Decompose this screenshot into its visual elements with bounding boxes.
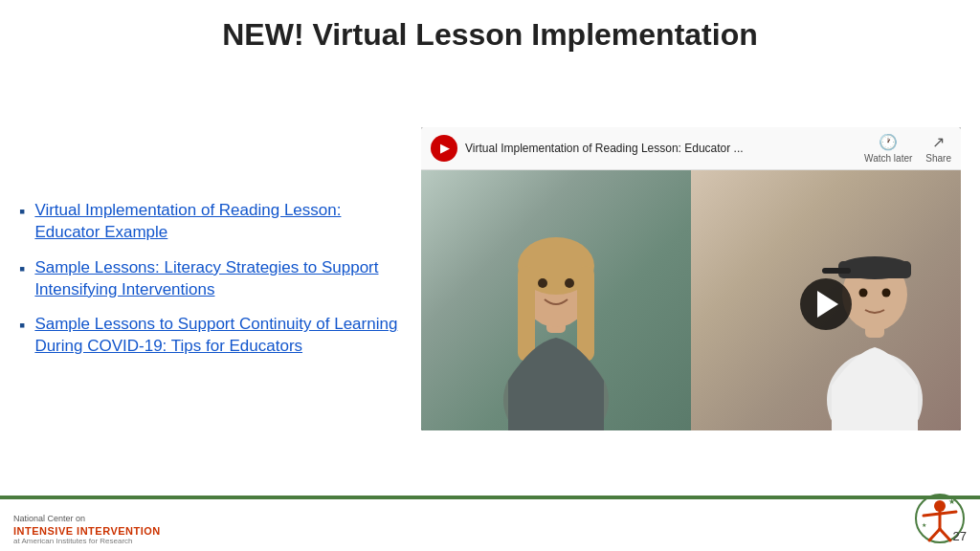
bullet-link-3[interactable]: Sample Lessons to Support Continuity of …: [34, 314, 402, 358]
slide-title: NEW! Virtual Lesson Implementation: [19, 17, 961, 53]
avatar-text: ▶: [440, 142, 449, 155]
video-container[interactable]: ▶ Virtual Implementation of Reading Less…: [421, 127, 961, 430]
svg-point-15: [882, 288, 891, 297]
title-area: NEW! Virtual Lesson Implementation: [0, 0, 980, 62]
bullet-marker: ▪: [19, 201, 25, 223]
share-icon: ↗: [932, 133, 945, 151]
video-top-bar: ▶ Virtual Implementation of Reading Less…: [421, 127, 961, 170]
footer: National Center on INTENSIVE INTERVENTIO…: [0, 496, 980, 551]
content-area: ▪ Virtual Implementation of Reading Less…: [0, 62, 980, 496]
play-button[interactable]: [800, 278, 852, 330]
svg-line-20: [929, 529, 940, 540]
svg-text:★: ★: [922, 522, 926, 528]
list-item: ▪ Virtual Implementation of Reading Less…: [19, 200, 402, 244]
clock-icon: 🕐: [879, 133, 898, 151]
slide: NEW! Virtual Lesson Implementation ▪ Vir…: [0, 0, 980, 551]
svg-point-7: [565, 278, 574, 288]
svg-text:★: ★: [948, 497, 955, 506]
video-actions: 🕐 Watch later ↗ Share: [864, 133, 951, 164]
bullet-marker: ▪: [19, 258, 25, 280]
list-item: ▪ Sample Lessons to Support Continuity o…: [19, 314, 402, 358]
bullet-marker: ▪: [19, 315, 25, 337]
video-left-panel: [421, 170, 691, 430]
watch-later-label: Watch later: [864, 153, 912, 164]
bullet-link-1[interactable]: Virtual Implementation of Reading Lesson…: [34, 200, 402, 244]
video-title: Virtual Implementation of Reading Lesson…: [465, 142, 857, 155]
bullet-link-2[interactable]: Sample Lessons: Literacy Strategies to S…: [34, 257, 402, 301]
svg-point-14: [859, 288, 868, 297]
footer-logo-left: National Center on INTENSIVE INTERVENTIO…: [13, 514, 161, 545]
play-icon: [817, 291, 838, 318]
svg-rect-5: [577, 266, 594, 362]
person-left-svg: [479, 189, 633, 430]
watch-later-button[interactable]: 🕐 Watch later: [864, 133, 912, 164]
org-line2: INTENSIVE INTERVENTION: [13, 525, 161, 537]
video-split: [421, 170, 961, 430]
svg-line-21: [940, 529, 950, 540]
bullet-list: ▪ Virtual Implementation of Reading Less…: [19, 62, 402, 496]
share-label: Share: [925, 153, 951, 164]
svg-point-17: [934, 500, 946, 512]
list-item: ▪ Sample Lessons: Literacy Strategies to…: [19, 257, 402, 301]
page-number: 27: [953, 529, 967, 543]
channel-avatar: ▶: [431, 135, 457, 162]
share-button[interactable]: ↗ Share: [925, 133, 951, 164]
svg-rect-4: [518, 266, 535, 362]
video-right-panel: [691, 170, 961, 430]
svg-rect-13: [822, 268, 851, 274]
video-panel: ▶ Virtual Implementation of Reading Less…: [421, 62, 961, 496]
video-frame: [421, 170, 961, 430]
org-line3: at American Institutes for Research: [13, 537, 161, 545]
org-line1: National Center on: [13, 514, 161, 525]
svg-point-6: [538, 278, 547, 288]
